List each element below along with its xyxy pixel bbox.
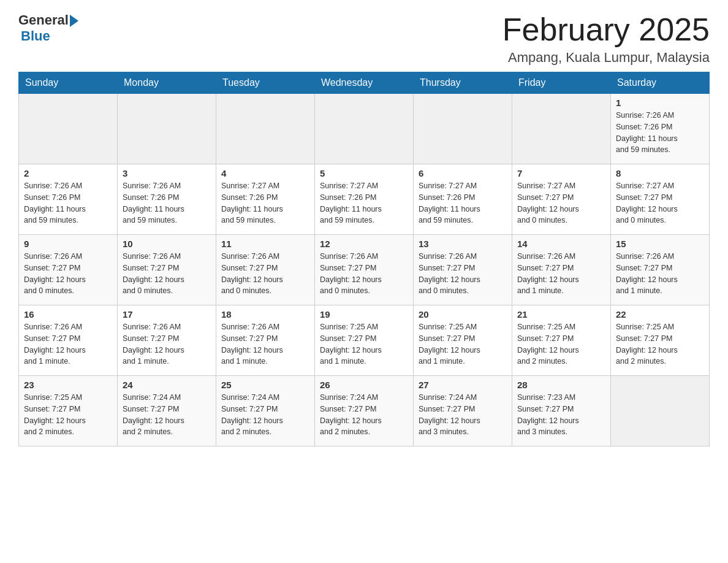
- calendar-day-cell: 27Sunrise: 7:24 AM Sunset: 7:27 PM Dayli…: [414, 376, 512, 446]
- day-number: 27: [419, 380, 507, 390]
- day-info: Sunrise: 7:27 AM Sunset: 7:27 PM Dayligh…: [616, 180, 704, 226]
- calendar-day-cell: 25Sunrise: 7:24 AM Sunset: 7:27 PM Dayli…: [216, 376, 315, 446]
- day-number: 28: [517, 380, 605, 390]
- calendar-day-cell: 11Sunrise: 7:26 AM Sunset: 7:27 PM Dayli…: [216, 235, 315, 305]
- calendar-week-row: 23Sunrise: 7:25 AM Sunset: 7:27 PM Dayli…: [19, 376, 710, 446]
- title-block: February 2025 Ampang, Kuala Lumpur, Mala…: [502, 12, 710, 66]
- day-info: Sunrise: 7:23 AM Sunset: 7:27 PM Dayligh…: [517, 392, 605, 438]
- day-number: 22: [616, 309, 704, 320]
- day-number: 14: [517, 239, 605, 249]
- day-number: 20: [419, 309, 507, 320]
- day-number: 13: [419, 239, 507, 249]
- logo: General Blue: [18, 12, 78, 44]
- day-info: Sunrise: 7:27 AM Sunset: 7:26 PM Dayligh…: [419, 180, 507, 226]
- calendar-day-cell: 23Sunrise: 7:25 AM Sunset: 7:27 PM Dayli…: [19, 376, 118, 446]
- day-info: Sunrise: 7:26 AM Sunset: 7:27 PM Dayligh…: [221, 251, 309, 297]
- day-info: Sunrise: 7:24 AM Sunset: 7:27 PM Dayligh…: [221, 392, 309, 438]
- day-info: Sunrise: 7:24 AM Sunset: 7:27 PM Dayligh…: [320, 392, 408, 438]
- day-info: Sunrise: 7:26 AM Sunset: 7:27 PM Dayligh…: [123, 321, 211, 367]
- calendar-day-cell: 17Sunrise: 7:26 AM Sunset: 7:27 PM Dayli…: [118, 305, 216, 376]
- day-of-week-header: Wednesday: [315, 72, 414, 94]
- logo-blue-text: Blue: [21, 28, 50, 44]
- day-number: 10: [123, 239, 211, 249]
- calendar-day-cell: 13Sunrise: 7:26 AM Sunset: 7:27 PM Dayli…: [414, 235, 512, 305]
- calendar-day-cell: 20Sunrise: 7:25 AM Sunset: 7:27 PM Dayli…: [414, 305, 512, 376]
- day-info: Sunrise: 7:24 AM Sunset: 7:27 PM Dayligh…: [123, 392, 211, 438]
- day-info: Sunrise: 7:26 AM Sunset: 7:27 PM Dayligh…: [419, 251, 507, 297]
- calendar-day-cell: [512, 94, 611, 164]
- day-number: 1: [616, 98, 704, 108]
- calendar-day-cell: [315, 94, 414, 164]
- day-info: Sunrise: 7:26 AM Sunset: 7:27 PM Dayligh…: [24, 251, 112, 297]
- day-info: Sunrise: 7:26 AM Sunset: 7:27 PM Dayligh…: [221, 321, 309, 367]
- day-number: 2: [24, 168, 112, 178]
- day-info: Sunrise: 7:25 AM Sunset: 7:27 PM Dayligh…: [24, 392, 112, 438]
- calendar-day-cell: 4Sunrise: 7:27 AM Sunset: 7:26 PM Daylig…: [216, 164, 315, 235]
- calendar-day-cell: 19Sunrise: 7:25 AM Sunset: 7:27 PM Dayli…: [315, 305, 414, 376]
- calendar-day-cell: [414, 94, 512, 164]
- day-info: Sunrise: 7:26 AM Sunset: 7:27 PM Dayligh…: [517, 251, 605, 297]
- logo-general-text: General: [18, 12, 69, 28]
- calendar-week-row: 1Sunrise: 7:26 AM Sunset: 7:26 PM Daylig…: [19, 94, 710, 164]
- day-number: 11: [221, 239, 309, 249]
- day-info: Sunrise: 7:26 AM Sunset: 7:27 PM Dayligh…: [123, 251, 211, 297]
- day-info: Sunrise: 7:25 AM Sunset: 7:27 PM Dayligh…: [517, 321, 605, 367]
- day-number: 16: [24, 309, 112, 320]
- calendar-day-cell: 21Sunrise: 7:25 AM Sunset: 7:27 PM Dayli…: [512, 305, 611, 376]
- day-number: 23: [24, 380, 112, 390]
- calendar-day-cell: [216, 94, 315, 164]
- day-info: Sunrise: 7:27 AM Sunset: 7:27 PM Dayligh…: [517, 180, 605, 226]
- day-number: 17: [123, 309, 211, 320]
- page: General Blue February 2025 Ampang, Kuala…: [0, 0, 728, 459]
- day-number: 5: [320, 168, 408, 178]
- calendar-day-cell: 7Sunrise: 7:27 AM Sunset: 7:27 PM Daylig…: [512, 164, 611, 235]
- calendar-day-cell: 3Sunrise: 7:26 AM Sunset: 7:26 PM Daylig…: [118, 164, 216, 235]
- day-number: 18: [221, 309, 309, 320]
- day-number: 6: [419, 168, 507, 178]
- calendar-day-cell: 14Sunrise: 7:26 AM Sunset: 7:27 PM Dayli…: [512, 235, 611, 305]
- day-info: Sunrise: 7:26 AM Sunset: 7:26 PM Dayligh…: [616, 110, 704, 156]
- day-number: 9: [24, 239, 112, 249]
- days-header-row: SundayMondayTuesdayWednesdayThursdayFrid…: [19, 72, 710, 94]
- day-info: Sunrise: 7:26 AM Sunset: 7:27 PM Dayligh…: [320, 251, 408, 297]
- calendar-week-row: 9Sunrise: 7:26 AM Sunset: 7:27 PM Daylig…: [19, 235, 710, 305]
- day-of-week-header: Tuesday: [216, 72, 315, 94]
- calendar-day-cell: 16Sunrise: 7:26 AM Sunset: 7:27 PM Dayli…: [19, 305, 118, 376]
- calendar-day-cell: 12Sunrise: 7:26 AM Sunset: 7:27 PM Dayli…: [315, 235, 414, 305]
- calendar-day-cell: 6Sunrise: 7:27 AM Sunset: 7:26 PM Daylig…: [414, 164, 512, 235]
- day-number: 3: [123, 168, 211, 178]
- day-info: Sunrise: 7:26 AM Sunset: 7:27 PM Dayligh…: [24, 321, 112, 367]
- day-of-week-header: Friday: [512, 72, 611, 94]
- logo-arrow-icon: [70, 15, 78, 27]
- calendar-subtitle: Ampang, Kuala Lumpur, Malaysia: [502, 50, 710, 66]
- day-number: 25: [221, 380, 309, 390]
- calendar-day-cell: 10Sunrise: 7:26 AM Sunset: 7:27 PM Dayli…: [118, 235, 216, 305]
- day-info: Sunrise: 7:26 AM Sunset: 7:26 PM Dayligh…: [123, 180, 211, 226]
- day-info: Sunrise: 7:24 AM Sunset: 7:27 PM Dayligh…: [419, 392, 507, 438]
- day-of-week-header: Saturday: [611, 72, 710, 94]
- calendar-table: SundayMondayTuesdayWednesdayThursdayFrid…: [18, 72, 710, 446]
- calendar-day-cell: 15Sunrise: 7:26 AM Sunset: 7:27 PM Dayli…: [611, 235, 710, 305]
- day-of-week-header: Monday: [118, 72, 216, 94]
- day-info: Sunrise: 7:26 AM Sunset: 7:27 PM Dayligh…: [616, 251, 704, 297]
- day-of-week-header: Thursday: [414, 72, 512, 94]
- day-info: Sunrise: 7:27 AM Sunset: 7:26 PM Dayligh…: [320, 180, 408, 226]
- day-of-week-header: Sunday: [19, 72, 118, 94]
- calendar-day-cell: [611, 376, 710, 446]
- calendar-day-cell: 18Sunrise: 7:26 AM Sunset: 7:27 PM Dayli…: [216, 305, 315, 376]
- day-info: Sunrise: 7:27 AM Sunset: 7:26 PM Dayligh…: [221, 180, 309, 226]
- calendar-day-cell: [118, 94, 216, 164]
- calendar-day-cell: 5Sunrise: 7:27 AM Sunset: 7:26 PM Daylig…: [315, 164, 414, 235]
- day-number: 24: [123, 380, 211, 390]
- day-number: 12: [320, 239, 408, 249]
- calendar-day-cell: 26Sunrise: 7:24 AM Sunset: 7:27 PM Dayli…: [315, 376, 414, 446]
- day-info: Sunrise: 7:25 AM Sunset: 7:27 PM Dayligh…: [616, 321, 704, 367]
- calendar-day-cell: 9Sunrise: 7:26 AM Sunset: 7:27 PM Daylig…: [19, 235, 118, 305]
- calendar-day-cell: 22Sunrise: 7:25 AM Sunset: 7:27 PM Dayli…: [611, 305, 710, 376]
- header: General Blue February 2025 Ampang, Kuala…: [18, 12, 710, 66]
- calendar-title: February 2025: [502, 12, 710, 47]
- day-info: Sunrise: 7:25 AM Sunset: 7:27 PM Dayligh…: [419, 321, 507, 367]
- calendar-day-cell: 28Sunrise: 7:23 AM Sunset: 7:27 PM Dayli…: [512, 376, 611, 446]
- calendar-day-cell: 2Sunrise: 7:26 AM Sunset: 7:26 PM Daylig…: [19, 164, 118, 235]
- day-number: 8: [616, 168, 704, 178]
